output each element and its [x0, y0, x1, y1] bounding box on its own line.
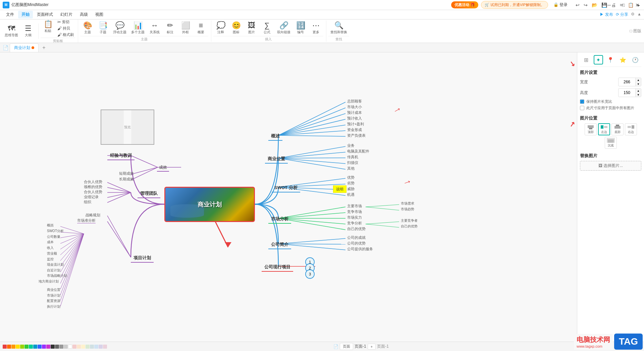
toolbar-bilink[interactable]: 🔗 双向链接 — [275, 20, 292, 36]
keep-ratio-checkbox[interactable]: ✓ — [580, 99, 584, 104]
pos-top[interactable]: 顶部 — [585, 123, 597, 135]
node-saomiao[interactable]: 扫描仪 — [347, 160, 358, 165]
color-mint[interactable] — [86, 345, 90, 349]
color-white[interactable] — [68, 345, 72, 349]
node-circle3[interactable]: 3 — [305, 269, 315, 279]
color-gray[interactable] — [59, 345, 63, 349]
node-duanqi[interactable]: 短期成效 — [119, 171, 134, 176]
settings-btn[interactable]: ⚙ — [631, 12, 635, 17]
toolbar-paste[interactable]: 📋 粘贴 — [41, 19, 55, 38]
menu-page-style[interactable]: 页面样式 — [34, 11, 56, 18]
node-zuozhi[interactable]: 组织 — [84, 200, 91, 205]
color-orange[interactable] — [11, 345, 15, 349]
node-xiangmujihua[interactable]: 项目计划 — [131, 254, 154, 263]
color-pink-purple[interactable] — [46, 345, 50, 349]
node-gaishu[interactable]: 概述 — [268, 132, 282, 141]
node-shichangxv[interactable]: 市场需求 — [401, 201, 414, 206]
color-pink-light[interactable] — [72, 345, 76, 349]
toolbar-formatbrush[interactable]: 🖌持贝 — [56, 26, 75, 31]
login-button[interactable]: 🔒 登录 — [551, 1, 570, 9]
node-diannao[interactable]: 电脑及其配件 — [347, 149, 369, 154]
toolbar-formatpaint[interactable]: 🖌格式刷 — [56, 32, 75, 38]
color-gray-dark[interactable] — [55, 345, 59, 349]
node-jingzhengshichang[interactable]: 竞争市场 — [347, 209, 362, 214]
color-cream[interactable] — [81, 345, 85, 349]
height-down[interactable]: ▼ — [636, 93, 641, 97]
node-yewu[interactable]: 业务 — [347, 143, 355, 148]
node-xianjin[interactable]: 现金流计划 — [47, 262, 64, 267]
node-pzzyz[interactable]: 配置资源 — [47, 299, 60, 303]
center-node[interactable]: 商业计划 — [164, 187, 255, 222]
share-btn[interactable]: ⟳ 分享 — [616, 12, 628, 17]
color-red[interactable] — [3, 345, 7, 349]
node-gscj[interactable]: 公司的成就 — [347, 235, 366, 240]
toolbar-numbering[interactable]: 🔢 编号 — [293, 20, 308, 36]
color-purple[interactable] — [42, 345, 46, 349]
toolbar-relation[interactable]: ↔ 关系线 — [147, 20, 162, 36]
node-gongsijj[interactable]: 公司简介 — [268, 240, 291, 249]
color-green[interactable] — [24, 345, 29, 349]
node-yujichengben[interactable]: 预计成本 — [347, 110, 362, 115]
node-zijin[interactable]: 自近计划 — [47, 268, 60, 273]
menu-start[interactable]: 开始 — [18, 11, 33, 18]
node-zijinxc[interactable]: 资金形成 — [347, 127, 362, 132]
replace-image-btn[interactable]: 🖼 选择图片... — [580, 161, 641, 171]
toolbar-more[interactable]: ⋯ 更多 — [309, 20, 323, 36]
node-qita[interactable]: 其他 — [347, 166, 355, 171]
tab-add-button[interactable]: + — [40, 44, 48, 52]
node-chengben2[interactable]: 成本 — [47, 240, 54, 245]
pos-bottom[interactable]: 底部 — [611, 123, 624, 135]
color-lavender[interactable] — [99, 345, 103, 349]
height-input[interactable] — [619, 90, 635, 96]
color-light-blue[interactable] — [94, 345, 98, 349]
panel-tab-style[interactable]: ✦ — [594, 55, 603, 64]
publish-btn[interactable]: ▶ 发布 — [600, 12, 613, 17]
node-hehuo2[interactable]: 合伙人优势 — [84, 189, 102, 194]
node-zhuyaojzz[interactable]: 主要竞争者 — [401, 218, 418, 223]
node-hehuo1[interactable]: 合伙人优势 — [84, 179, 102, 184]
undo-icon[interactable]: ↩ — [574, 2, 581, 8]
node-zijinoushi[interactable]: 自己的优势 — [347, 226, 366, 231]
toolbar-image[interactable]: 🖼 图片 — [244, 20, 259, 36]
width-up[interactable]: ▲ — [636, 78, 641, 82]
menu-slideshow[interactable]: 幻灯片 — [57, 11, 76, 18]
node-jingzhui[interactable]: 颈椎的优势 — [84, 184, 102, 189]
node-liechi[interactable]: 劣势 — [347, 181, 355, 186]
node-shichangqs[interactable]: 市场趋势 — [401, 207, 414, 212]
color-blue[interactable] — [38, 345, 42, 349]
node-gaipan[interactable]: 概括 — [47, 223, 54, 228]
panel-tab-layout[interactable]: ⊞ — [581, 55, 591, 64]
node-shichangzl[interactable]: 市场战略计划 — [47, 273, 67, 278]
node-zongbu[interactable]: 总部顾客 — [347, 99, 362, 104]
node-gongsishu[interactable]: 公司数量 — [47, 234, 60, 239]
panel-tab-time[interactable]: 🕐 — [631, 55, 640, 64]
vip-button[interactable]: 🛒 试用已到期，开通VIP解锁限制。 — [481, 1, 548, 9]
color-teal[interactable] — [29, 345, 33, 349]
toolbar-mindmap[interactable]: 🗺 思维导图 — [3, 24, 20, 39]
node-chengxiao[interactable]: 成效 — [157, 164, 169, 172]
redo-icon[interactable]: ↪ — [582, 2, 589, 8]
panel-tab-position[interactable]: 📍 — [606, 55, 615, 64]
toolbar-floattheme[interactable]: 💬 浮动主题 — [111, 20, 128, 36]
node-jingyanyujiaoxun[interactable]: 经验与教训 — [107, 151, 135, 160]
node-shichangdx[interactable]: 市场大小 — [347, 104, 362, 109]
promo-button[interactable]: 优惠活动 🎁 — [451, 1, 478, 8]
node-swot2[interactable]: SWOT分析 — [47, 229, 64, 233]
node-shouru[interactable]: 收入 — [47, 246, 54, 250]
toolbar-findreplace[interactable]: 🔍 查找和替换 — [328, 20, 349, 36]
collapse-btn[interactable]: ▲ — [637, 12, 641, 17]
panel-toggle[interactable]: □ 图版 — [630, 28, 641, 34]
node-yingyee[interactable]: 营业额 — [47, 251, 57, 256]
swot-yellow-box[interactable]: 说明 — [333, 185, 346, 193]
page-indicator[interactable]: 页面 — [340, 343, 353, 350]
node-zcfzb[interactable]: 资产负债表 — [347, 133, 366, 138]
tab-business-plan[interactable]: 商业计划 — [10, 43, 39, 52]
color-lime[interactable] — [20, 345, 24, 349]
node-zijinoushi2[interactable]: 自己的优势 — [401, 224, 418, 229]
toolbar-annotation[interactable]: ✏ 标注 — [163, 20, 177, 36]
node-jiankong[interactable]: 监控 — [47, 257, 54, 262]
node-shichangfenxi[interactable]: 市场分析 — [268, 215, 291, 224]
node-chuanzhen[interactable]: 传真机 — [347, 155, 358, 160]
toolbar-subtheme[interactable]: 📑 子题 — [96, 20, 110, 36]
width-down[interactable]: ▼ — [636, 82, 641, 86]
